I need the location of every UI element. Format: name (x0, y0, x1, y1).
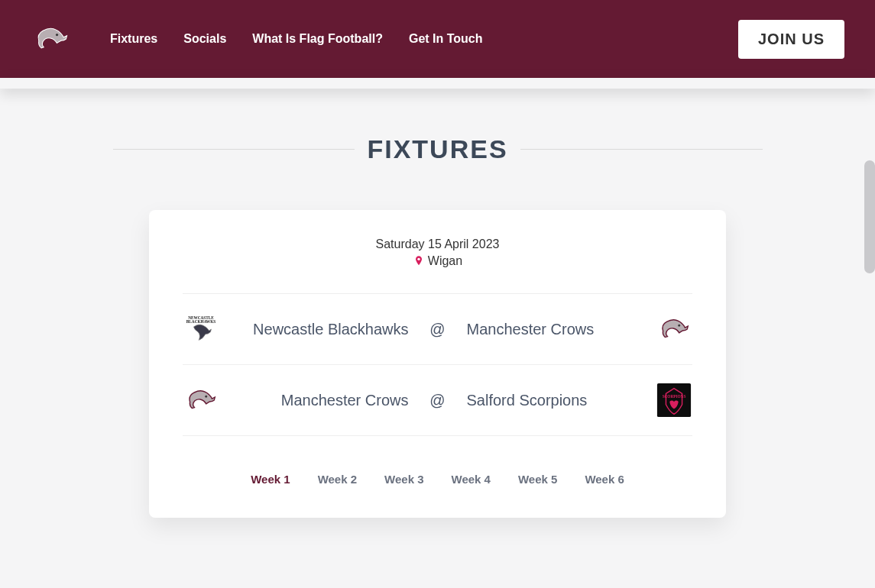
nav-contact[interactable]: Get In Touch (409, 32, 483, 46)
nav-socials[interactable]: Socials (183, 32, 226, 46)
week-tab-4[interactable]: Week 4 (452, 473, 491, 486)
section-heading-row: FIXTURES (113, 134, 763, 164)
section-title: FIXTURES (367, 134, 507, 164)
svg-point-1 (417, 258, 420, 260)
match-away-team: Salford Scorpions (453, 392, 647, 409)
location-text: Wigan (428, 254, 462, 268)
match-row: Manchester Crows @ Salford Scorpions SCO… (183, 365, 692, 436)
svg-point-4 (678, 325, 680, 327)
nav-fixtures[interactable]: Fixtures (110, 32, 157, 46)
match-at-symbol: @ (423, 321, 453, 338)
week-tab-3[interactable]: Week 3 (384, 473, 423, 486)
fixture-card: Saturday 15 April 2023 Wigan NEWCASTLE B… (149, 210, 726, 518)
week-tab-6[interactable]: Week 6 (585, 473, 624, 486)
match-list: NEWCASTLE BLACKHAWKS Newcastle Blackhawk… (183, 293, 692, 436)
fixture-date: Saturday 15 April 2023 (183, 237, 692, 251)
match-home-team: Newcastle Blackhawks (228, 321, 423, 338)
scrollbar-thumb[interactable] (864, 160, 875, 273)
team-logo-blackhawks-icon: NEWCASTLE BLACKHAWKS (183, 311, 219, 347)
fixture-card-header: Saturday 15 April 2023 Wigan (183, 237, 692, 270)
team-logo-crows-icon (656, 311, 692, 347)
join-us-button[interactable]: JOIN US (738, 20, 844, 59)
header-shadow (0, 78, 875, 89)
svg-point-0 (56, 34, 58, 36)
fixture-location: Wigan (413, 254, 462, 268)
week-tab-1[interactable]: Week 1 (251, 473, 290, 486)
svg-text:BLACKHAWKS: BLACKHAWKS (186, 319, 216, 324)
svg-text:SCORPIONS: SCORPIONS (663, 394, 686, 399)
brand-logo[interactable] (31, 18, 72, 60)
fixtures-section: FIXTURES Saturday 15 April 2023 Wigan NE… (113, 134, 763, 518)
crow-icon (31, 18, 72, 60)
map-pin-icon (413, 255, 425, 267)
main-nav: Fixtures Socials What Is Flag Football? … (110, 32, 738, 46)
site-header: Fixtures Socials What Is Flag Football? … (0, 0, 875, 78)
week-tabs: Week 1 Week 2 Week 3 Week 4 Week 5 Week … (183, 473, 692, 486)
match-at-symbol: @ (423, 392, 453, 409)
team-logo-scorpions-icon: SCORPIONS (656, 382, 692, 418)
divider-left (113, 149, 355, 150)
svg-point-5 (205, 396, 207, 398)
team-logo-crows-icon (183, 382, 219, 418)
week-tab-5[interactable]: Week 5 (518, 473, 557, 486)
svg-text:NEWCASTLE: NEWCASTLE (188, 315, 214, 320)
match-row: NEWCASTLE BLACKHAWKS Newcastle Blackhawk… (183, 294, 692, 365)
match-home-team: Manchester Crows (228, 392, 423, 409)
match-away-team: Manchester Crows (453, 321, 647, 338)
week-tab-2[interactable]: Week 2 (318, 473, 357, 486)
nav-what-is[interactable]: What Is Flag Football? (252, 32, 383, 46)
divider-right (520, 149, 763, 150)
